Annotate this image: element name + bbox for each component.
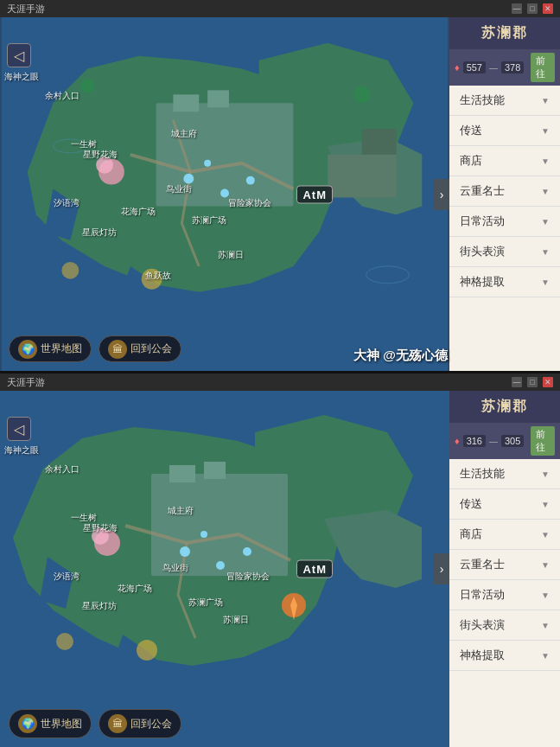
panel-1: 天涯手游 — □ ✕ bbox=[0, 0, 560, 374]
menu-label-1-2: 商店 bbox=[460, 153, 482, 169]
menu-item-1-6[interactable]: 神格提取 ▼ bbox=[449, 267, 560, 297]
menu-item-1-4[interactable]: 日常活动 ▼ bbox=[449, 207, 560, 237]
svg-rect-31 bbox=[204, 462, 226, 479]
sidebar-title-2: 苏澜郡 bbox=[449, 391, 560, 423]
menu-label-1-1: 传送 bbox=[460, 123, 482, 138]
guild-label-1: 回到公会 bbox=[130, 342, 172, 356]
back-guild-btn-1[interactable]: 🏛 回到公会 bbox=[99, 335, 181, 362]
menu-item-2-5[interactable]: 街头表演 ▼ bbox=[449, 610, 560, 641]
svg-point-17 bbox=[246, 176, 255, 185]
sidebar-title-1: 苏澜郡 bbox=[449, 17, 560, 49]
map-area-2[interactable]: ◁ 海神之眼 余村入口 一生树 星野花海 汐语湾 星辰灯坊 花海广场 鸟业街 苏… bbox=[0, 391, 449, 747]
sidebar-menu-1: 生活技能 ▼ 传送 ▼ 商店 ▼ 云重名士 ▼ 日常活动 ▼ 街头表演 ▼ bbox=[449, 86, 560, 371]
menu-arrow-2-6: ▼ bbox=[541, 651, 550, 661]
menu-arrow-2-0: ▼ bbox=[541, 469, 550, 479]
svg-rect-12 bbox=[362, 129, 397, 155]
watermark-1: 大神 @无殇心德 bbox=[353, 348, 448, 364]
menu-arrow-1-6: ▼ bbox=[541, 278, 550, 287]
menu-label-1-4: 日常活动 bbox=[460, 214, 505, 229]
svg-point-15 bbox=[183, 174, 194, 184]
sidebar-coords-2: ♦ 316 — 305 前往 bbox=[449, 423, 560, 459]
world-map-btn-2[interactable]: 🌍 世界地图 bbox=[9, 709, 92, 738]
back-guild-btn-2[interactable]: 🏛 回到公会 bbox=[99, 709, 181, 738]
menu-item-2-2[interactable]: 商店 ▼ bbox=[449, 520, 560, 550]
menu-item-1-3[interactable]: 云重名士 ▼ bbox=[449, 176, 560, 207]
map-bottom-btns-2: 🌍 世界地图 🏛 回到公会 bbox=[9, 709, 181, 738]
menu-arrow-2-5: ▼ bbox=[541, 621, 550, 630]
window-controls-2: — □ ✕ bbox=[512, 377, 553, 387]
svg-rect-11 bbox=[328, 155, 396, 198]
svg-point-35 bbox=[200, 531, 207, 538]
panel-2: 天涯手游 — □ ✕ bbox=[0, 374, 560, 747]
world-map-btn-1[interactable]: 🌍 世界地图 bbox=[9, 335, 92, 362]
menu-arrow-1-1: ▼ bbox=[541, 126, 550, 136]
menu-label-2-5: 街头表演 bbox=[460, 617, 505, 633]
map-back-arrow-2[interactable]: ◁ bbox=[7, 417, 31, 441]
menu-item-2-1[interactable]: 传送 ▼ bbox=[449, 489, 560, 520]
coord-y-2: 305 bbox=[501, 435, 524, 447]
menu-item-2-0[interactable]: 生活技能 ▼ bbox=[449, 459, 560, 489]
sidebar-2: 苏澜郡 ♦ 316 — 305 前往 生活技能 ▼ 传送 ▼ 商店 ▼ 云重名士… bbox=[449, 391, 560, 747]
minimize-btn-1[interactable]: — bbox=[512, 3, 522, 14]
map-bottom-btns-1: 🌍 世界地图 🏛 回到公会 bbox=[9, 335, 181, 362]
svg-point-21 bbox=[80, 79, 94, 93]
coord-x-2: 316 bbox=[463, 435, 486, 447]
menu-label-2-4: 日常活动 bbox=[460, 587, 505, 603]
coord-pin-1: ♦ bbox=[455, 62, 460, 73]
titlebar-2: 天涯手游 — □ ✕ bbox=[0, 374, 560, 391]
svg-point-34 bbox=[243, 547, 251, 556]
menu-item-1-1[interactable]: 传送 ▼ bbox=[449, 116, 560, 146]
maximize-btn-1[interactable]: □ bbox=[527, 3, 538, 14]
nav-arrow-right-1[interactable]: › bbox=[434, 179, 449, 210]
svg-point-14 bbox=[96, 156, 113, 174]
app-title-1: 天涯手游 bbox=[7, 3, 512, 16]
menu-label-1-3: 云重名士 bbox=[460, 183, 505, 199]
menu-arrow-1-0: ▼ bbox=[541, 96, 550, 105]
coord-y-1: 378 bbox=[501, 61, 524, 73]
menu-item-2-4[interactable]: 日常活动 ▼ bbox=[449, 580, 560, 610]
svg-rect-7 bbox=[173, 94, 199, 112]
close-btn-1[interactable]: ✕ bbox=[543, 3, 553, 14]
menu-item-1-0[interactable]: 生活技能 ▼ bbox=[449, 86, 560, 116]
svg-point-22 bbox=[353, 86, 371, 103]
menu-label-1-5: 街头表演 bbox=[460, 244, 505, 259]
menu-label-2-1: 传送 bbox=[460, 496, 482, 512]
menu-arrow-2-4: ▼ bbox=[541, 591, 550, 600]
sidebar-1: 苏澜郡 ♦ 557 — 378 前往 生活技能 ▼ 传送 ▼ 商店 ▼ 云重名士… bbox=[449, 17, 560, 371]
svg-point-37 bbox=[92, 527, 109, 545]
goto-btn-1[interactable]: 前往 bbox=[531, 53, 555, 82]
maximize-btn-2[interactable]: □ bbox=[527, 377, 538, 387]
menu-arrow-1-2: ▼ bbox=[541, 156, 550, 166]
coord-sep-1: — bbox=[489, 63, 498, 73]
world-map-label-1: 世界地图 bbox=[41, 342, 82, 356]
world-map-icon-2: 🌍 bbox=[18, 714, 37, 733]
svg-rect-8 bbox=[207, 90, 229, 107]
svg-rect-29 bbox=[151, 474, 288, 576]
menu-item-1-5[interactable]: 街头表演 ▼ bbox=[449, 237, 560, 267]
svg-point-20 bbox=[61, 262, 79, 279]
svg-point-38 bbox=[137, 640, 157, 661]
menu-item-2-6[interactable]: 神格提取 ▼ bbox=[449, 641, 560, 671]
sidebar-coords-1: ♦ 557 — 378 前往 bbox=[449, 49, 560, 86]
svg-rect-30 bbox=[169, 465, 195, 482]
svg-point-19 bbox=[142, 269, 162, 290]
goto-btn-2[interactable]: 前往 bbox=[531, 426, 555, 456]
menu-label-1-6: 神格提取 bbox=[460, 274, 505, 290]
menu-item-1-2[interactable]: 商店 ▼ bbox=[449, 146, 560, 176]
menu-arrow-2-2: ▼ bbox=[541, 530, 550, 540]
menu-label-2-2: 商店 bbox=[460, 527, 482, 542]
menu-label-2-0: 生活技能 bbox=[460, 466, 505, 482]
coord-sep-2: — bbox=[489, 437, 498, 446]
menu-item-2-3[interactable]: 云重名士 ▼ bbox=[449, 550, 560, 580]
menu-arrow-2-1: ▼ bbox=[541, 500, 550, 509]
menu-label-2-3: 云重名士 bbox=[460, 557, 505, 572]
menu-arrow-1-4: ▼ bbox=[541, 217, 550, 227]
nav-arrow-right-2[interactable]: › bbox=[434, 553, 449, 584]
titlebar-1: 天涯手游 — □ ✕ bbox=[0, 0, 560, 17]
map-area-1[interactable]: ◁ 海神之眼 余村入口 一生树 星野花海 汐语湾 星辰灯坊 花海广场 鸟业街 苏… bbox=[0, 17, 449, 371]
map-back-arrow-1[interactable]: ◁ bbox=[7, 43, 31, 67]
svg-point-16 bbox=[220, 189, 229, 198]
minimize-btn-2[interactable]: — bbox=[512, 377, 522, 387]
close-btn-2[interactable]: ✕ bbox=[543, 377, 553, 387]
guild-icon-1: 🏛 bbox=[108, 340, 127, 359]
